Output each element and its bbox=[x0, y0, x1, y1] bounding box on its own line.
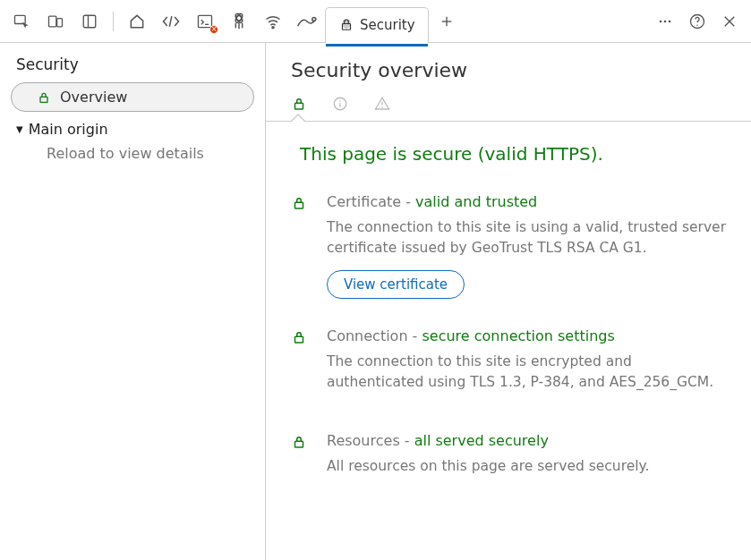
sources-icon[interactable] bbox=[223, 5, 255, 38]
conn-status: secure connection settings bbox=[422, 327, 614, 344]
section-connection: Connection - secure connection settings … bbox=[291, 327, 726, 404]
svg-rect-2 bbox=[57, 18, 63, 26]
devtools-toolbar: Security bbox=[0, 0, 751, 43]
svg-point-20 bbox=[664, 20, 667, 22]
svg-point-23 bbox=[696, 24, 698, 25]
res-title: Resources - all served securely bbox=[327, 432, 726, 449]
conn-body: Connection - secure connection settings … bbox=[327, 327, 726, 404]
subtab-warning-icon[interactable] bbox=[373, 96, 391, 112]
cert-body: Certificate - valid and trusted The conn… bbox=[327, 193, 726, 299]
welcome-icon[interactable] bbox=[121, 5, 153, 38]
conn-desc: The connection to this site is encrypted… bbox=[327, 352, 726, 394]
security-tab-label: Security bbox=[360, 17, 415, 33]
conn-title: Connection - secure connection settings bbox=[327, 327, 726, 344]
svg-rect-26 bbox=[40, 97, 47, 102]
svg-point-19 bbox=[660, 20, 662, 22]
svg-point-32 bbox=[381, 106, 383, 108]
elements-icon[interactable] bbox=[155, 5, 187, 38]
svg-rect-33 bbox=[295, 202, 303, 208]
svg-point-15 bbox=[312, 17, 316, 21]
res-desc: All resources on this page are served se… bbox=[327, 456, 726, 477]
section-resources: Resources - all served securely All reso… bbox=[291, 432, 726, 488]
overview-subtabs bbox=[291, 96, 726, 121]
more-icon[interactable] bbox=[649, 5, 681, 38]
dock-icon[interactable] bbox=[73, 5, 106, 38]
svg-point-21 bbox=[669, 20, 671, 22]
sidebar-title: Security bbox=[0, 55, 265, 81]
security-tab-icon bbox=[338, 17, 354, 33]
lock-icon bbox=[291, 193, 307, 299]
sidebar: Security Overview ▼ Main origin Reload t… bbox=[0, 43, 266, 560]
res-status: all served securely bbox=[414, 432, 549, 449]
cert-label: Certificate - bbox=[327, 193, 415, 210]
svg-rect-35 bbox=[295, 441, 303, 447]
console-icon[interactable] bbox=[189, 5, 221, 38]
svg-point-14 bbox=[272, 26, 274, 28]
sidebar-overview-label: Overview bbox=[60, 89, 127, 106]
toolbar-divider bbox=[113, 12, 114, 31]
secure-headline: This page is secure (valid HTTPS). bbox=[300, 143, 726, 165]
performance-icon[interactable] bbox=[291, 5, 323, 38]
svg-line-5 bbox=[169, 16, 172, 27]
svg-rect-6 bbox=[199, 15, 212, 27]
tab-security[interactable]: Security bbox=[325, 7, 429, 43]
subtab-secure-icon[interactable] bbox=[291, 96, 307, 112]
res-label: Resources - bbox=[327, 432, 414, 449]
network-icon[interactable] bbox=[257, 5, 289, 38]
help-icon[interactable] bbox=[681, 5, 713, 38]
view-certificate-button[interactable]: View certificate bbox=[327, 270, 465, 299]
svg-point-30 bbox=[339, 100, 341, 102]
cert-status: valid and trusted bbox=[415, 193, 537, 210]
res-body: Resources - all served securely All reso… bbox=[327, 432, 726, 488]
lock-icon bbox=[37, 90, 51, 105]
page-title: Security overview bbox=[291, 59, 726, 81]
cert-desc: The connection to this site is using a v… bbox=[327, 217, 726, 259]
reload-hint: Reload to view details bbox=[0, 141, 265, 165]
close-icon[interactable] bbox=[713, 5, 746, 38]
error-badge-icon bbox=[209, 25, 218, 34]
lock-icon bbox=[291, 432, 307, 488]
svg-rect-34 bbox=[295, 336, 303, 343]
main-origin-label: Main origin bbox=[29, 121, 108, 138]
device-toggle-icon[interactable] bbox=[39, 5, 72, 38]
inspect-icon[interactable] bbox=[5, 5, 38, 38]
svg-rect-1 bbox=[49, 16, 56, 27]
add-tab-icon[interactable] bbox=[431, 5, 463, 38]
caret-down-icon: ▼ bbox=[16, 124, 23, 134]
sidebar-item-main-origin[interactable]: ▼ Main origin bbox=[0, 114, 265, 141]
sidebar-item-overview[interactable]: Overview bbox=[11, 82, 254, 112]
subtab-info-icon[interactable] bbox=[332, 96, 348, 112]
section-certificate: Certificate - valid and trusted The conn… bbox=[291, 193, 726, 299]
svg-rect-27 bbox=[295, 103, 303, 109]
cert-title: Certificate - valid and trusted bbox=[327, 193, 726, 210]
content-pane: Security overview This page is secure (v… bbox=[266, 43, 751, 560]
main-area: Security Overview ▼ Main origin Reload t… bbox=[0, 43, 751, 560]
toolbar-right-group bbox=[649, 5, 746, 38]
lock-icon bbox=[291, 327, 307, 404]
svg-rect-0 bbox=[15, 15, 26, 23]
svg-rect-3 bbox=[83, 15, 96, 28]
conn-label: Connection - bbox=[327, 327, 422, 344]
subtab-divider bbox=[266, 121, 751, 122]
